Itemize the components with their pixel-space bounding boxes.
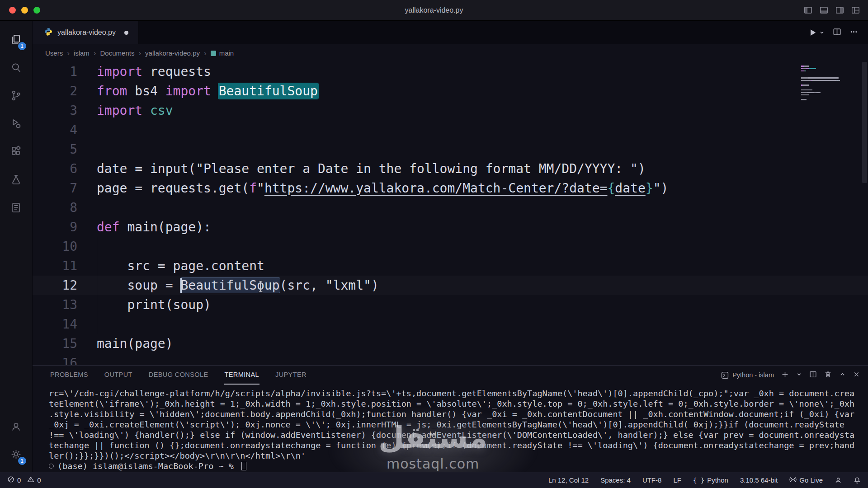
minimap-segment (801, 77, 808, 79)
minimap-line (801, 101, 860, 103)
tab-yallakora-video[interactable]: yallakora-video.py (33, 21, 139, 44)
python-interpreter-status[interactable]: 3.10.5 64-bit (740, 476, 778, 484)
split-editor-icon[interactable] (833, 28, 841, 38)
code-token: BeautifulSoup (180, 278, 279, 293)
settings-badge: 1 (18, 457, 26, 465)
code-token: import (165, 84, 211, 99)
run-debug-icon[interactable] (5, 109, 28, 137)
terminal-dropdown-icon[interactable] (796, 371, 802, 379)
code-line[interactable]: 1import requests (33, 62, 868, 81)
code-token: main(page): (120, 220, 211, 235)
breadcrumb-item-yallakora-video-py[interactable]: yallakora-video.py (145, 49, 200, 57)
code-line[interactable]: 14 (33, 314, 868, 334)
code-token: bs4 (127, 84, 165, 99)
code-line[interactable]: 15main(page) (33, 334, 868, 353)
terminal-output[interactable]: rc=\'/cdn-cgi/challenge-platform/h/g/scr… (33, 385, 868, 472)
language-mode-status[interactable]: { } Python (693, 476, 728, 484)
symbol-icon (211, 51, 216, 56)
line-number: 2 (33, 81, 77, 101)
go-live-status[interactable]: Go Live (789, 476, 823, 484)
code-line[interactable]: 11 src = page.content (33, 256, 868, 276)
maximize-panel-icon[interactable] (839, 371, 846, 379)
code-line[interactable]: 5 (33, 140, 868, 159)
breadcrumb-item-islam[interactable]: islam (74, 49, 90, 57)
settings-gear-icon[interactable]: 1 (5, 440, 28, 468)
code-token (211, 84, 219, 99)
code-token: src = page.content (97, 258, 264, 273)
encoding-status[interactable]: UTF-8 (642, 476, 662, 484)
terminal-prompt[interactable]: (base) islam@islams-MacBook-Pro ~ % (49, 461, 868, 471)
code-line[interactable]: 9def main(page): (33, 217, 868, 237)
more-actions-icon[interactable] (849, 28, 858, 38)
minimap-line (801, 92, 860, 93)
close-panel-icon[interactable] (853, 371, 860, 379)
breadcrumb-separator: › (204, 49, 207, 58)
minimap-segment (820, 92, 820, 93)
python-file-icon (44, 28, 52, 38)
line-number: 1 (33, 62, 77, 81)
toggle-secondary-sidebar-icon[interactable] (835, 6, 844, 14)
source-control-icon[interactable] (5, 81, 28, 109)
breadcrumb-label: Documents (100, 49, 135, 57)
minimap[interactable] (801, 66, 860, 104)
minimap-segment (805, 70, 806, 72)
toggle-primary-sidebar-icon[interactable] (804, 6, 812, 14)
indentation-status[interactable]: Spaces: 4 (600, 476, 631, 484)
panel-tab-terminal[interactable]: TERMINAL (224, 366, 260, 385)
code-line[interactable]: 12 soup = BeautifulSoup(src, "lxml") (33, 276, 868, 295)
panel-tab-output[interactable]: OUTPUT (104, 366, 133, 385)
minimap-segment (802, 84, 809, 86)
code-line[interactable]: 4 (33, 120, 868, 140)
code-token: page = requests.get( (97, 181, 249, 196)
editor[interactable]: 1import requests2from bs4 import Beautif… (33, 62, 868, 365)
code-token: BeautifulSoup (219, 84, 318, 99)
panel-tab-jupyter[interactable]: JUPYTER (275, 366, 307, 385)
code-line[interactable]: 7page = requests.get(f"https://www.yalla… (33, 178, 868, 198)
toggle-panel-icon[interactable] (820, 6, 828, 14)
split-terminal-icon[interactable] (809, 371, 817, 380)
problems-status[interactable]: 0 0 (7, 476, 41, 484)
code-token: ) (638, 161, 646, 176)
line-number: 8 (33, 198, 77, 217)
minimap-line (801, 68, 860, 69)
kill-terminal-icon[interactable] (824, 371, 832, 380)
extensions-icon[interactable] (5, 137, 28, 165)
code-text: soup = BeautifulSoup(src, "lxml") (97, 276, 379, 295)
run-python-file-icon[interactable] (808, 28, 825, 37)
code-line[interactable]: 6date = input("Please enter a Date in th… (33, 159, 868, 178)
minimap-line (801, 70, 860, 72)
cursor-position-status[interactable]: Ln 12, Col 12 (548, 476, 589, 484)
code-token: from (97, 84, 127, 99)
accounts-icon[interactable] (5, 412, 28, 440)
breadcrumb-item-documents[interactable]: Documents (100, 49, 135, 57)
explorer-icon[interactable]: 1 (5, 25, 28, 53)
panel-tab-problems[interactable]: PROBLEMS (50, 366, 89, 385)
search-icon[interactable] (5, 53, 28, 81)
breadcrumb-item-users[interactable]: Users (45, 49, 63, 57)
terminal-profile[interactable]: Python - islam (721, 371, 774, 379)
terminal-line: teElement(\'iframe\');_0xh.height = 1;_0… (49, 399, 868, 409)
minimap-segment (840, 80, 840, 81)
panel-tab-bar: PROBLEMSOUTPUTDEBUG CONSOLETERMINALJUPYT… (33, 366, 868, 385)
code-line[interactable]: 3import csv (33, 101, 868, 120)
customize-layout-icon[interactable] (851, 6, 860, 14)
code-line[interactable]: 13 print(soup) (33, 295, 868, 314)
code-line[interactable]: 10 (33, 237, 868, 256)
code-token: "lxml" (326, 278, 371, 293)
terminal-cursor (241, 462, 246, 470)
editor-scrollbar[interactable] (862, 62, 867, 183)
panel-tab-debug-console[interactable]: DEBUG CONSOLE (148, 366, 209, 385)
feedback-icon[interactable] (835, 477, 842, 484)
code-line[interactable]: 2from bs4 import BeautifulSoup (33, 81, 868, 101)
code-line[interactable]: 8 (33, 198, 868, 217)
breadcrumb: Users›islam›Documents›yallakora-video.py… (33, 44, 868, 62)
notebook-icon[interactable] (5, 193, 28, 221)
breadcrumb-item-main[interactable]: main (211, 49, 234, 57)
minimap-segment (809, 68, 816, 69)
eol-status[interactable]: LF (673, 476, 681, 484)
notifications-bell-icon[interactable] (854, 477, 861, 484)
testing-icon[interactable] (5, 165, 28, 193)
new-terminal-icon[interactable] (781, 371, 789, 380)
code-line[interactable]: 16 (33, 353, 868, 365)
mouse-cursor (257, 279, 264, 298)
